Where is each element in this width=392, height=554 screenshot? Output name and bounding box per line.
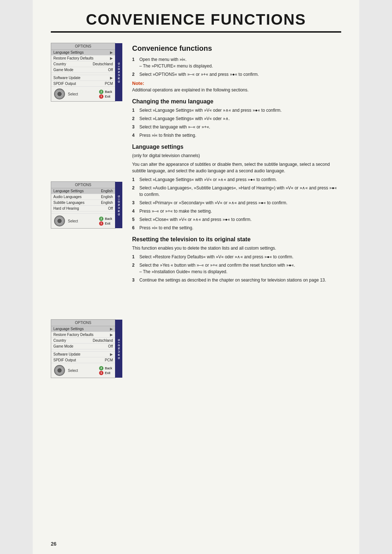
language-steps: 1 Select »Language Settings« with »V« or… — [132, 176, 341, 231]
changing-step-2: 2 Select »Language Settings« with »V« od… — [132, 115, 341, 122]
back-badge-1: 2 — [99, 90, 103, 94]
panel3-exit-item: 1 Exit — [99, 371, 112, 375]
panel3-select-label: Select — [68, 369, 96, 373]
panel3-row-4: Software Update ▶ — [51, 352, 115, 357]
panel3-row-5: SPDIF Output PCM — [51, 357, 115, 363]
panel3-grundig: GRUNDIG — [115, 320, 122, 378]
changing-title: Changing the menu language — [132, 98, 341, 105]
panel1-footer: Select 2 Back 1 Exit — [51, 87, 115, 101]
resetting-step-2: 2 Select the »Yes « button with »–« or »… — [132, 262, 341, 275]
panel3-back-item: 2 Back — [99, 366, 112, 370]
panel1-row-0: Language Settings ▶ — [51, 50, 115, 56]
resetting-steps: 1 Select »Restore Factory Defaults« with… — [132, 254, 341, 283]
convenience-step-2: 2 Select »OPTIONS« with »–« or »+« and p… — [132, 71, 341, 78]
language-body: You can alter the appearance of subtitle… — [132, 161, 341, 174]
exit-badge-2: 1 — [99, 221, 103, 226]
panel2-row-1: Audio Languages English — [51, 194, 115, 200]
panel1-back-item: 2 Back — [99, 90, 112, 94]
panel3-row-0: Language Settings ▶ — [51, 326, 115, 332]
convenience-title: Convenience functions — [132, 44, 341, 53]
panel3-footer-labels: 2 Back 1 Exit — [99, 366, 112, 375]
options-header-2: OPTIONS — [51, 182, 115, 188]
panel3-back-label: Back — [105, 366, 112, 370]
panel2-footer: Select 2 Back 1 Exit — [51, 214, 115, 228]
panel2-row-2: Subtitle Languages English — [51, 200, 115, 206]
panel1-exit-item: 1 Exit — [99, 94, 112, 99]
changing-step-1: 1 Select »Language Settings« with »V« od… — [132, 107, 341, 114]
panel1-row-5: SPDIF Output PCM — [51, 81, 115, 87]
panel3-row-1: Restore Factory Defaults ▶ — [51, 332, 115, 338]
panel1-row-2: Country Deutschland — [51, 61, 115, 67]
panel1-grundig: GRUNDIG — [115, 43, 122, 101]
page: CONVENIENCE FUNCTIONS OPTIONS Language S… — [33, 0, 359, 554]
joystick-icon-2 — [54, 216, 65, 226]
panel3-row-3: Game Mode Off — [51, 344, 115, 349]
panel2-exit-item: 1 Exit — [99, 221, 112, 226]
right-column: Convenience functions 1 Open the menu wi… — [132, 43, 341, 385]
resetting-step-3: 3 Continue the settings as described in … — [132, 277, 341, 283]
joystick-inner-2 — [57, 219, 62, 223]
language-step-1: 1 Select »Language Settings« with »V« or… — [132, 176, 341, 183]
options-panel-2: OPTIONS Language Settings English Audio … — [51, 181, 115, 229]
resetting-section: Resetting the television to its original… — [132, 236, 341, 283]
panel1-footer-labels: 2 Back 1 Exit — [99, 90, 112, 99]
panel2-back-label: Back — [105, 217, 112, 221]
resetting-body: This function enables you to delete the … — [132, 245, 341, 251]
changing-step-4: 4 Press »i« to finish the setting. — [132, 132, 341, 139]
panel2-footer-labels: 2 Back 1 Exit — [99, 217, 112, 226]
language-subtitle: (only for digital television channels) — [132, 152, 341, 159]
changing-section: Changing the menu language 1 Select »Lan… — [132, 98, 341, 139]
options-panel-1: OPTIONS Language Settings ▶ Restore Fact… — [51, 43, 115, 102]
left-column: OPTIONS Language Settings ▶ Restore Fact… — [51, 43, 123, 385]
joystick-inner-1 — [57, 92, 62, 96]
panel2-row-0: Language Settings English — [51, 188, 115, 194]
options-header-1: OPTIONS — [51, 43, 115, 50]
options-header-3: OPTIONS — [51, 320, 115, 326]
changing-step-3: 3 Select the language with »–« or »+«. — [132, 124, 341, 130]
panel2-back-item: 2 Back — [99, 217, 112, 221]
panel3-footer: Select 2 Back 1 Exit — [51, 363, 115, 378]
language-step-2: 2 Select »Audio Languages«, »Subtitle La… — [132, 185, 341, 198]
options-panel-3: OPTIONS Language Settings ▶ Restore Fact… — [51, 319, 115, 378]
joystick-inner-3 — [57, 368, 62, 373]
panel1-row-3: Game Mode Off — [51, 67, 115, 73]
language-section: Language settings (only for digital tele… — [132, 144, 341, 231]
page-number: 26 — [51, 541, 57, 547]
note-text: Additional operations are explained in t… — [132, 87, 341, 93]
panel2-select-label: Select — [68, 219, 96, 223]
resetting-step-1: 1 Select »Restore Factory Defaults« with… — [132, 254, 341, 260]
note-title: Note: — [132, 81, 341, 86]
exit-badge-3: 1 — [99, 371, 103, 375]
back-badge-3: 2 — [99, 366, 103, 370]
page-title: CONVENIENCE FUNCTIONS — [51, 11, 341, 33]
panel1-row-4: Software Update ▶ — [51, 75, 115, 81]
language-title: Language settings — [132, 144, 341, 150]
joystick-icon-1 — [54, 89, 65, 99]
language-step-5: 5 Select »Close« with »V« or »∧« and pre… — [132, 216, 341, 223]
panel3-exit-label: Exit — [105, 371, 110, 375]
convenience-steps: 1 Open the menu with »i«. – The »PICTURE… — [132, 56, 341, 78]
panel1-row-1: Restore Factory Defaults ▶ — [51, 56, 115, 61]
panel2-grundig: GRUNDIG — [115, 182, 122, 228]
language-step-6: 6 Press »i« to end the setting. — [132, 225, 341, 231]
panel2-row-3: Hard of Hearing Off — [51, 206, 115, 212]
resetting-title: Resetting the television to its original… — [132, 236, 341, 243]
panel1-exit-label: Exit — [105, 95, 110, 98]
panel2-exit-label: Exit — [105, 222, 110, 225]
panel1-select-label: Select — [68, 92, 96, 96]
language-step-3: 3 Select »Primary« or »Secondary« with »… — [132, 200, 341, 206]
back-badge-2: 2 — [99, 217, 103, 221]
exit-badge-1: 1 — [99, 94, 103, 99]
panel1-back-label: Back — [105, 90, 112, 94]
changing-steps: 1 Select »Language Settings« with »V« od… — [132, 107, 341, 139]
convenience-step-1: 1 Open the menu with »i«. – The »PICTURE… — [132, 56, 341, 69]
convenience-section: Convenience functions 1 Open the menu wi… — [132, 44, 341, 93]
panel3-row-2: Country Deutschland — [51, 338, 115, 344]
joystick-icon-3 — [54, 365, 65, 376]
language-step-4: 4 Press »–« or »+« to make the setting. — [132, 208, 341, 214]
